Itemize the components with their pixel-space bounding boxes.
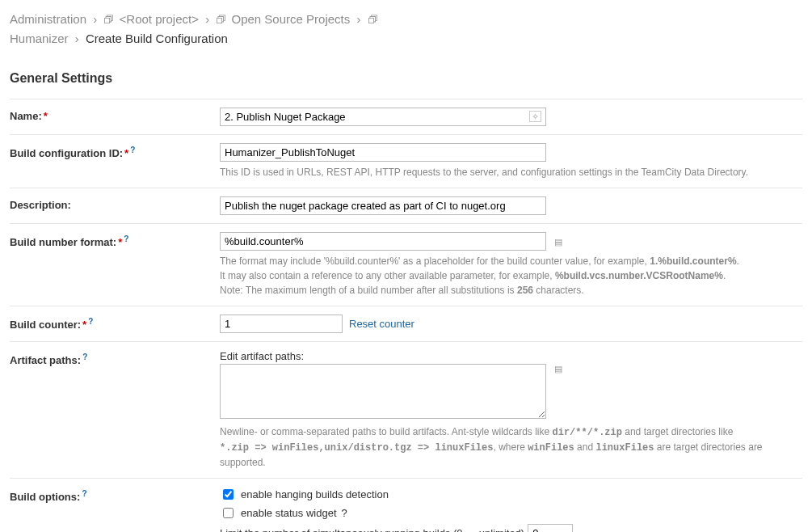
- section-title: General Settings: [10, 71, 802, 91]
- help-icon[interactable]: ?: [342, 507, 347, 519]
- project-icon: 🗇: [368, 12, 378, 29]
- build-options-label: Build options:?: [10, 487, 220, 503]
- limit-builds-input[interactable]: [528, 524, 573, 532]
- build-counter-input[interactable]: [220, 315, 343, 333]
- reset-counter-link[interactable]: Reset counter: [349, 318, 414, 330]
- list-icon[interactable]: ▤: [554, 237, 562, 247]
- project-icon: 🗇: [216, 12, 226, 29]
- breadcrumb-admin[interactable]: Administration: [10, 12, 86, 26]
- description-input[interactable]: [220, 196, 546, 215]
- breadcrumb-current: Create Build Configuration: [86, 32, 228, 45]
- breadcrumb-project[interactable]: Humanizer: [10, 32, 69, 45]
- help-icon[interactable]: ?: [82, 353, 87, 361]
- name-label: Name:*: [10, 108, 220, 122]
- chevron-right-icon: ›: [205, 12, 209, 26]
- magic-wand-icon[interactable]: ✧: [529, 111, 541, 122]
- config-id-hint: This ID is used in URLs, REST API, HTTP …: [220, 165, 801, 179]
- config-id-label: Build configuration ID:*?: [10, 143, 220, 159]
- chevron-right-icon: ›: [75, 32, 79, 45]
- chevron-right-icon: ›: [356, 12, 360, 26]
- status-widget-checkbox[interactable]: [223, 508, 234, 518]
- status-widget-option[interactable]: enable status widget ?: [220, 505, 802, 521]
- project-icon: 🗇: [103, 12, 114, 29]
- hanging-detection-checkbox[interactable]: [223, 489, 234, 500]
- build-number-format-hint: The format may include '%build.counter%'…: [220, 254, 801, 298]
- help-icon[interactable]: ?: [130, 146, 135, 154]
- help-icon[interactable]: ?: [88, 317, 93, 326]
- build-number-format-label: Build number format:*?: [10, 232, 220, 248]
- chevron-right-icon: ›: [93, 12, 97, 26]
- breadcrumb-root[interactable]: <Root project>: [120, 12, 199, 26]
- artifact-paths-textarea[interactable]: [220, 364, 546, 419]
- help-icon[interactable]: ?: [82, 489, 86, 498]
- description-label: Description:: [10, 196, 220, 211]
- breadcrumb-open-source[interactable]: Open Source Projects: [231, 12, 350, 26]
- config-id-input[interactable]: [220, 143, 546, 162]
- name-input[interactable]: [220, 108, 546, 126]
- build-number-format-input[interactable]: [220, 232, 546, 251]
- build-counter-label: Build counter:*?: [10, 315, 220, 331]
- breadcrumb: Administration › 🗇 <Root project> › 🗇 Op…: [10, 10, 802, 49]
- list-icon[interactable]: ▤: [554, 364, 562, 374]
- artifact-paths-hint: Newline- or comma-separated paths to bui…: [220, 424, 801, 470]
- hanging-detection-option[interactable]: enable hanging builds detection: [220, 487, 802, 502]
- artifact-paths-label: Artifact paths:?: [10, 350, 220, 366]
- artifact-edit-label: Edit artifact paths:: [220, 350, 802, 362]
- help-icon[interactable]: ?: [124, 234, 128, 243]
- limit-builds-label: Limit the number of simultaneously runni…: [220, 527, 524, 532]
